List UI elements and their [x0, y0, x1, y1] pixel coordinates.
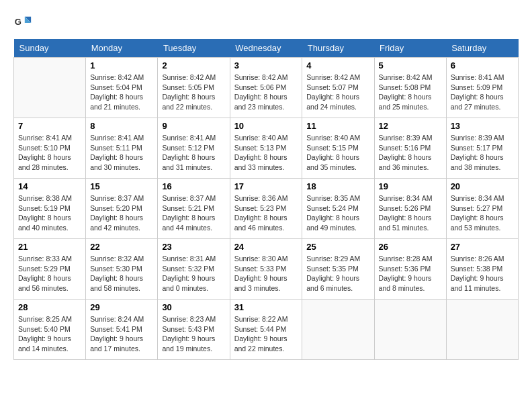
day-info: Sunrise: 8:30 AMSunset: 5:33 PMDaylight:…	[234, 254, 298, 293]
day-cell: 23Sunrise: 8:31 AMSunset: 5:32 PMDayligh…	[158, 239, 230, 300]
day-info: Sunrise: 8:42 AMSunset: 5:05 PMDaylight:…	[162, 73, 225, 112]
day-number: 19	[379, 181, 442, 191]
day-info: Sunrise: 8:34 AMSunset: 5:27 PMDaylight:…	[451, 193, 514, 233]
day-cell: 17Sunrise: 8:36 AMSunset: 5:23 PMDayligh…	[230, 179, 302, 239]
day-info: Sunrise: 8:32 AMSunset: 5:30 PMDaylight:…	[90, 254, 153, 293]
day-cell: 20Sunrise: 8:34 AMSunset: 5:27 PMDayligh…	[446, 179, 518, 239]
day-info: Sunrise: 8:41 AMSunset: 5:09 PMDaylight:…	[451, 73, 514, 112]
svg-text:G: G	[15, 17, 21, 27]
day-number: 4	[306, 60, 369, 71]
week-row: 7Sunrise: 8:41 AMSunset: 5:10 PMDaylight…	[14, 118, 519, 179]
weekday-header: Thursday	[302, 39, 374, 58]
day-number: 28	[18, 302, 81, 312]
day-info: Sunrise: 8:37 AMSunset: 5:20 PMDaylight:…	[90, 193, 153, 233]
day-number: 21	[18, 242, 81, 252]
day-number: 20	[451, 181, 514, 191]
day-info: Sunrise: 8:42 AMSunset: 5:08 PMDaylight:…	[379, 73, 442, 112]
day-info: Sunrise: 8:31 AMSunset: 5:32 PMDaylight:…	[162, 254, 225, 293]
day-info: Sunrise: 8:22 AMSunset: 5:44 PMDaylight:…	[234, 314, 298, 354]
day-number: 25	[306, 242, 369, 252]
page-header: G	[13, 13, 519, 32]
day-info: Sunrise: 8:39 AMSunset: 5:16 PMDaylight:…	[379, 133, 442, 173]
day-number: 30	[162, 302, 225, 312]
day-number: 18	[306, 181, 369, 191]
day-info: Sunrise: 8:24 AMSunset: 5:41 PMDaylight:…	[90, 314, 153, 354]
day-info: Sunrise: 8:39 AMSunset: 5:17 PMDaylight:…	[451, 133, 514, 173]
day-cell: 15Sunrise: 8:37 AMSunset: 5:20 PMDayligh…	[86, 179, 158, 239]
day-number: 22	[90, 242, 153, 252]
day-info: Sunrise: 8:36 AMSunset: 5:23 PMDaylight:…	[234, 193, 298, 233]
day-number: 11	[306, 121, 369, 131]
day-cell: 21Sunrise: 8:33 AMSunset: 5:29 PMDayligh…	[14, 239, 86, 300]
day-number: 12	[379, 121, 442, 131]
day-number: 10	[234, 121, 298, 131]
day-info: Sunrise: 8:40 AMSunset: 5:15 PMDaylight:…	[306, 133, 369, 173]
day-cell	[374, 300, 446, 360]
day-number: 3	[234, 60, 298, 71]
day-cell: 12Sunrise: 8:39 AMSunset: 5:16 PMDayligh…	[374, 118, 446, 179]
day-info: Sunrise: 8:41 AMSunset: 5:11 PMDaylight:…	[90, 133, 153, 173]
day-cell	[446, 300, 518, 360]
day-number: 9	[162, 121, 225, 131]
week-row: 28Sunrise: 8:25 AMSunset: 5:40 PMDayligh…	[14, 300, 519, 360]
day-cell: 6Sunrise: 8:41 AMSunset: 5:09 PMDaylight…	[446, 58, 518, 118]
week-row: 21Sunrise: 8:33 AMSunset: 5:29 PMDayligh…	[14, 239, 519, 300]
day-info: Sunrise: 8:33 AMSunset: 5:29 PMDaylight:…	[18, 254, 81, 293]
day-number: 29	[90, 302, 153, 312]
day-number: 1	[90, 60, 153, 71]
day-number: 8	[90, 121, 153, 131]
day-number: 6	[451, 60, 514, 71]
day-cell	[14, 58, 86, 118]
day-number: 2	[162, 60, 225, 71]
day-info: Sunrise: 8:23 AMSunset: 5:43 PMDaylight:…	[162, 314, 225, 354]
day-cell: 24Sunrise: 8:30 AMSunset: 5:33 PMDayligh…	[230, 239, 302, 300]
day-number: 5	[379, 60, 442, 71]
day-cell: 11Sunrise: 8:40 AMSunset: 5:15 PMDayligh…	[302, 118, 374, 179]
day-cell: 1Sunrise: 8:42 AMSunset: 5:04 PMDaylight…	[86, 58, 158, 118]
day-cell: 7Sunrise: 8:41 AMSunset: 5:10 PMDaylight…	[14, 118, 86, 179]
day-info: Sunrise: 8:41 AMSunset: 5:12 PMDaylight:…	[162, 133, 225, 173]
day-cell: 30Sunrise: 8:23 AMSunset: 5:43 PMDayligh…	[158, 300, 230, 360]
day-info: Sunrise: 8:28 AMSunset: 5:36 PMDaylight:…	[379, 254, 442, 293]
day-cell: 9Sunrise: 8:41 AMSunset: 5:12 PMDaylight…	[158, 118, 230, 179]
day-number: 16	[162, 181, 225, 191]
day-cell: 31Sunrise: 8:22 AMSunset: 5:44 PMDayligh…	[230, 300, 302, 360]
weekday-header-row: SundayMondayTuesdayWednesdayThursdayFrid…	[14, 39, 519, 58]
day-cell: 25Sunrise: 8:29 AMSunset: 5:35 PMDayligh…	[302, 239, 374, 300]
day-cell: 18Sunrise: 8:35 AMSunset: 5:24 PMDayligh…	[302, 179, 374, 239]
day-cell: 3Sunrise: 8:42 AMSunset: 5:06 PMDaylight…	[230, 58, 302, 118]
day-number: 7	[18, 121, 81, 131]
logo-icon: G	[13, 13, 32, 32]
day-number: 24	[234, 242, 298, 252]
weekday-header: Wednesday	[230, 39, 302, 58]
day-cell: 16Sunrise: 8:37 AMSunset: 5:21 PMDayligh…	[158, 179, 230, 239]
day-info: Sunrise: 8:35 AMSunset: 5:24 PMDaylight:…	[306, 193, 369, 233]
day-cell: 10Sunrise: 8:40 AMSunset: 5:13 PMDayligh…	[230, 118, 302, 179]
day-info: Sunrise: 8:41 AMSunset: 5:10 PMDaylight:…	[18, 133, 81, 173]
day-cell: 13Sunrise: 8:39 AMSunset: 5:17 PMDayligh…	[446, 118, 518, 179]
logo: G	[13, 13, 35, 32]
day-cell: 2Sunrise: 8:42 AMSunset: 5:05 PMDaylight…	[158, 58, 230, 118]
weekday-header: Sunday	[14, 39, 86, 58]
day-info: Sunrise: 8:40 AMSunset: 5:13 PMDaylight:…	[234, 133, 298, 173]
day-cell: 27Sunrise: 8:26 AMSunset: 5:38 PMDayligh…	[446, 239, 518, 300]
weekday-header: Monday	[86, 39, 158, 58]
day-number: 27	[451, 242, 514, 252]
day-info: Sunrise: 8:34 AMSunset: 5:26 PMDaylight:…	[379, 193, 442, 233]
day-info: Sunrise: 8:42 AMSunset: 5:06 PMDaylight:…	[234, 73, 298, 112]
week-row: 1Sunrise: 8:42 AMSunset: 5:04 PMDaylight…	[14, 58, 519, 118]
day-info: Sunrise: 8:29 AMSunset: 5:35 PMDaylight:…	[306, 254, 369, 293]
calendar-table: SundayMondayTuesdayWednesdayThursdayFrid…	[13, 39, 519, 360]
day-cell: 22Sunrise: 8:32 AMSunset: 5:30 PMDayligh…	[86, 239, 158, 300]
weekday-header: Tuesday	[158, 39, 230, 58]
day-info: Sunrise: 8:25 AMSunset: 5:40 PMDaylight:…	[18, 314, 81, 354]
day-cell: 8Sunrise: 8:41 AMSunset: 5:11 PMDaylight…	[86, 118, 158, 179]
day-info: Sunrise: 8:42 AMSunset: 5:04 PMDaylight:…	[90, 73, 153, 112]
weekday-header: Saturday	[446, 39, 518, 58]
week-row: 14Sunrise: 8:38 AMSunset: 5:19 PMDayligh…	[14, 179, 519, 239]
day-info: Sunrise: 8:38 AMSunset: 5:19 PMDaylight:…	[18, 193, 81, 233]
day-info: Sunrise: 8:37 AMSunset: 5:21 PMDaylight:…	[162, 193, 225, 233]
day-info: Sunrise: 8:26 AMSunset: 5:38 PMDaylight:…	[451, 254, 514, 293]
day-cell: 28Sunrise: 8:25 AMSunset: 5:40 PMDayligh…	[14, 300, 86, 360]
day-number: 17	[234, 181, 298, 191]
